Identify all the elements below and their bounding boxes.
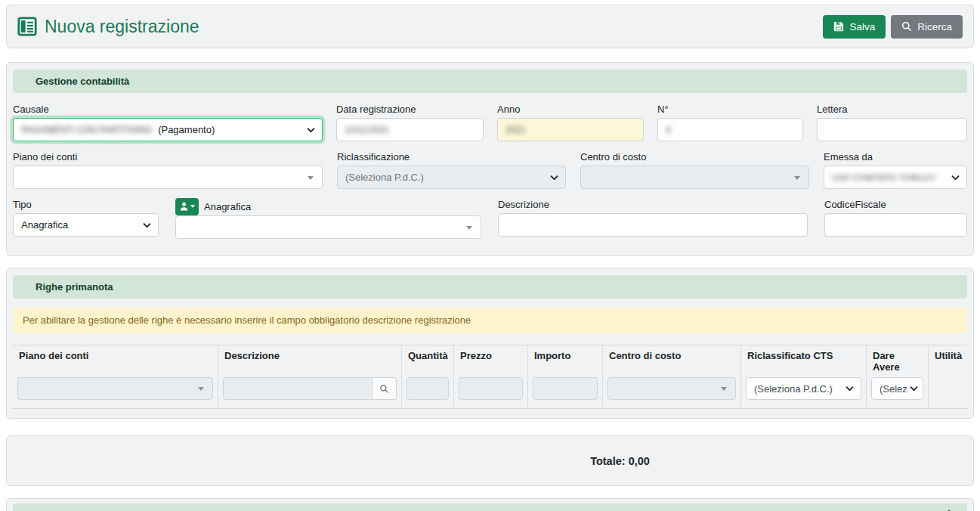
search-icon	[379, 384, 389, 394]
chevron-down-icon	[951, 175, 960, 180]
col-header-piano-dei-conti: Piano dei conti	[13, 345, 218, 375]
centro-di-costo-select	[580, 166, 809, 189]
piano-dei-conti-label: Piano dei conti	[13, 150, 323, 166]
row-cell-prezzo	[454, 375, 528, 408]
save-icon	[833, 21, 844, 32]
field-data-registrazione: Data registrazione 10/11/2021	[336, 103, 484, 141]
centro-di-costo-label: Centro di costo	[580, 150, 809, 166]
numero-label: N°	[657, 103, 803, 118]
row-descrizione-search-button[interactable]	[373, 377, 397, 400]
row-cell-descrizione	[218, 375, 402, 408]
gestione-contabilita-header: Gestione contabilità	[13, 70, 967, 93]
causale-label: Causale	[13, 103, 323, 118]
row-dare-avere-select[interactable]: (Seleziona)	[871, 377, 923, 400]
field-numero: N° 4	[657, 103, 803, 141]
row-descrizione-input	[223, 377, 373, 400]
row-prezzo-input	[459, 377, 523, 400]
header-buttons: Salva Ricerca	[823, 15, 963, 39]
tipo-value: Anagrafica	[21, 219, 68, 231]
riclassificazione-value: (Seleziona P.d.C.)	[345, 172, 424, 183]
chevron-down-icon	[307, 127, 315, 132]
totale-section: Totale: 0,00	[6, 435, 974, 486]
tipo-select[interactable]: Anagrafica	[13, 213, 159, 237]
row-quantita-input	[407, 377, 449, 400]
anno-value-redacted: 2021	[505, 125, 526, 135]
chevron-down-icon	[910, 386, 918, 392]
gestione-contabilita-title: Gestione contabilità	[36, 76, 129, 87]
partitario-header[interactable]: Partitario	[13, 503, 967, 511]
field-tipo: Tipo Anagrafica	[13, 198, 159, 239]
page-title: Nuova registrazione	[17, 17, 199, 37]
anno-input[interactable]: 2021	[497, 118, 644, 141]
field-emessa-da: Emessa da USP COMITATO TORILEY	[824, 150, 967, 189]
caret-down-icon	[308, 176, 314, 180]
emessa-da-label: Emessa da	[824, 150, 967, 166]
righe-table: Piano dei conti Descrizione Quantità Pre…	[13, 345, 967, 409]
row-cell-importo	[528, 375, 603, 408]
chevron-down-icon	[550, 175, 558, 180]
riclassificazione-select[interactable]: (Seleziona P.d.C.)	[337, 166, 566, 189]
totale-label: Totale:	[590, 455, 625, 467]
row-cell-piano-dei-conti	[13, 375, 218, 408]
field-anno: Anno 2021	[497, 103, 644, 141]
col-header-riclassificato-cts: Riclassificato CTS	[741, 345, 867, 375]
data-registrazione-input[interactable]: 10/11/2021	[336, 118, 484, 141]
col-header-quantita: Quantità	[402, 345, 454, 375]
riclassificato-cts-value: (Seleziona P.d.C.)	[754, 383, 833, 395]
totale-text: Totale: 0,00	[590, 455, 650, 467]
row-cell-dare-avere: (Seleziona)	[867, 375, 929, 408]
lettera-input[interactable]	[817, 118, 967, 141]
search-button[interactable]: Ricerca	[891, 15, 963, 39]
caret-down-icon	[794, 176, 800, 180]
save-button-label: Salva	[849, 21, 875, 33]
search-icon	[901, 21, 912, 32]
descrizione-input[interactable]	[498, 213, 808, 237]
row-cell-riclassificato-cts: (Seleziona P.d.C.)	[741, 375, 867, 408]
person-icon	[180, 202, 188, 211]
row-cell-centro-di-costo	[603, 375, 741, 408]
partitario-section: Partitario	[6, 498, 974, 511]
field-lettera: Lettera	[817, 103, 967, 141]
save-button[interactable]: Salva	[823, 15, 886, 39]
causale-value-redacted: PAGAMENTI CON PARTITARIO	[21, 125, 152, 135]
field-descrizione: Descrizione	[498, 198, 808, 239]
totale-value: 0,00	[629, 455, 650, 467]
codice-fiscale-label: CodiceFiscale	[824, 198, 967, 213]
riclassificazione-label: Riclassificazione	[337, 150, 566, 166]
emessa-da-select[interactable]: USP COMITATO TORILEY	[824, 166, 967, 189]
chevron-down-icon	[143, 222, 151, 228]
piano-dei-conti-select[interactable]	[13, 166, 323, 189]
col-header-utilita: Utilità	[929, 345, 968, 375]
data-registrazione-value-redacted: 10/11/2021	[345, 125, 389, 135]
codice-fiscale-input[interactable]	[824, 213, 967, 237]
tipo-label: Tipo	[13, 198, 159, 213]
righe-primanota-header: Righe primanota	[13, 275, 967, 299]
gestione-contabilita-section: Gestione contabilità Causale PAGAMENTI C…	[6, 62, 974, 256]
numero-input[interactable]: 4	[657, 118, 803, 141]
row-riclassificato-cts-select[interactable]: (Seleziona P.d.C.)	[746, 377, 861, 400]
caret-down-icon	[190, 205, 195, 208]
col-header-centro-di-costo: Centro di costo	[603, 345, 741, 375]
anagrafica-person-button[interactable]	[175, 198, 199, 215]
anno-label: Anno	[497, 103, 644, 118]
field-centro-di-costo: Centro di costo	[580, 150, 809, 189]
righe-primanota-title: Righe primanota	[36, 281, 113, 293]
dare-avere-value: (Seleziona)	[880, 383, 907, 395]
caret-down-icon	[466, 226, 472, 230]
field-anagrafica: Anagrafica	[175, 198, 481, 239]
row-piano-dei-conti-select	[17, 377, 213, 400]
row-importo-input	[533, 377, 598, 400]
lettera-label: Lettera	[817, 103, 967, 118]
causale-value-suffix: (Pagamento)	[158, 124, 215, 135]
row-centro-di-costo-select	[607, 377, 736, 400]
col-header-prezzo: Prezzo	[454, 345, 528, 375]
col-header-descrizione: Descrizione	[218, 345, 402, 375]
anagrafica-select[interactable]	[175, 215, 481, 239]
causale-select[interactable]: PAGAMENTI CON PARTITARIO (Pagamento)	[13, 118, 323, 141]
caret-down-icon	[721, 387, 727, 391]
numero-value-redacted: 4	[666, 125, 671, 135]
righe-primanota-section: Righe primanota Per abilitare la gestion…	[6, 268, 974, 419]
col-header-dare-avere: Dare Avere	[867, 345, 929, 375]
descrizione-label: Descrizione	[498, 198, 808, 213]
field-causale: Causale PAGAMENTI CON PARTITARIO (Pagame…	[13, 103, 323, 141]
